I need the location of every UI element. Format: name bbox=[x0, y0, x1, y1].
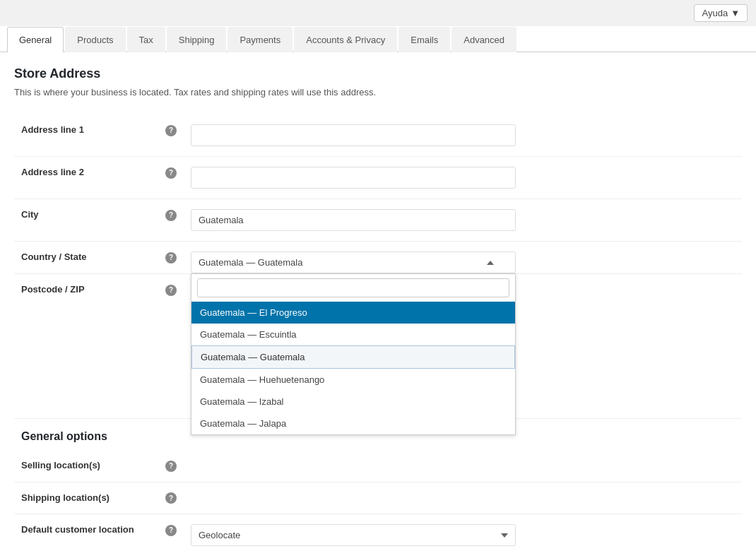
country-search-input[interactable] bbox=[197, 278, 509, 297]
postcode-label: Postcode / ZIP bbox=[21, 284, 85, 295]
list-item[interactable]: Guatemala — El Progreso bbox=[191, 302, 515, 324]
chevron-up-icon bbox=[487, 261, 494, 265]
option-label: Guatemala — Izabal bbox=[200, 396, 284, 407]
option-label: Guatemala — El Progreso bbox=[200, 307, 307, 318]
tab-general[interactable]: General bbox=[7, 27, 64, 52]
postcode-help-icon[interactable]: ? bbox=[165, 285, 177, 296]
default-customer-location-help-icon[interactable]: ? bbox=[165, 525, 177, 536]
option-label: Guatemala — Guatemala bbox=[201, 352, 305, 362]
default-customer-location-row: Default customer location ? Geolocate bbox=[14, 514, 742, 552]
top-bar: Ayuda ▼ bbox=[0, 0, 756, 26]
tab-accounts-privacy-label: Accounts & Privacy bbox=[306, 35, 385, 45]
country-state-help-icon[interactable]: ? bbox=[165, 252, 177, 263]
shipping-locations-label: Shipping location(s) bbox=[21, 492, 110, 503]
country-selected-value: Guatemala — Guatemala bbox=[199, 257, 302, 268]
tab-general-label: General bbox=[19, 35, 52, 45]
option-label: Guatemala — Escuintla bbox=[200, 329, 297, 340]
tabs-container: General Products Tax Shipping Payments A… bbox=[0, 26, 756, 52]
list-item[interactable]: Guatemala — Izabal bbox=[191, 391, 515, 413]
address-line1-help-icon[interactable]: ? bbox=[165, 125, 177, 136]
tab-tax[interactable]: Tax bbox=[127, 27, 165, 52]
default-customer-location-label: Default customer location bbox=[21, 524, 134, 535]
tab-products[interactable]: Products bbox=[65, 27, 125, 52]
city-row: City ? bbox=[14, 199, 742, 242]
help-arrow: ▼ bbox=[731, 8, 740, 18]
store-address-desc: This is where your business is located. … bbox=[14, 87, 742, 97]
address-line1-row: Address line 1 ? bbox=[14, 114, 742, 157]
list-item[interactable]: Guatemala — Escuintla bbox=[191, 324, 515, 345]
country-state-wrapper: Guatemala — Guatemala Guatemala — El Pro… bbox=[191, 251, 516, 273]
general-options-section: General options Selling location(s) ? Sh… bbox=[14, 418, 742, 551]
address-line1-label: Address line 1 bbox=[21, 124, 84, 135]
country-dropdown-panel: Guatemala — El Progreso Guatemala — Escu… bbox=[191, 273, 516, 435]
city-label: City bbox=[21, 209, 39, 220]
country-state-row: Country / State ? Guatemala — Guatemala bbox=[14, 242, 742, 274]
tab-shipping-label: Shipping bbox=[179, 35, 215, 45]
list-item[interactable]: Guatemala — Huehuetenango bbox=[191, 369, 515, 391]
tab-tax-label: Tax bbox=[139, 35, 153, 45]
help-label: Ayuda bbox=[702, 8, 728, 18]
tab-payments[interactable]: Payments bbox=[228, 27, 293, 52]
shipping-locations-row: Shipping location(s) ? bbox=[14, 482, 742, 514]
tab-advanced[interactable]: Advanced bbox=[451, 27, 516, 52]
form-table: Address line 1 ? Address line 2 ? bbox=[14, 114, 742, 418]
address-line1-input[interactable] bbox=[191, 124, 516, 146]
list-item[interactable]: Guatemala — Jalapa bbox=[191, 413, 515, 434]
country-select-display[interactable]: Guatemala — Guatemala bbox=[191, 251, 516, 273]
content-area: Store Address This is where your busines… bbox=[0, 52, 756, 551]
tab-products-label: Products bbox=[77, 35, 113, 45]
tab-emails[interactable]: Emails bbox=[398, 27, 450, 52]
country-state-label: Country / State bbox=[21, 251, 86, 262]
tab-shipping[interactable]: Shipping bbox=[167, 27, 227, 52]
selling-locations-row: Selling location(s) ? bbox=[14, 450, 742, 482]
address-line2-label: Address line 2 bbox=[21, 167, 84, 177]
tab-payments-label: Payments bbox=[240, 35, 280, 45]
tab-advanced-label: Advanced bbox=[463, 35, 504, 45]
option-label: Guatemala — Jalapa bbox=[200, 418, 286, 429]
country-dropdown-list: Guatemala — El Progreso Guatemala — Escu… bbox=[191, 302, 515, 434]
general-options-table: Selling location(s) ? Shipping location(… bbox=[14, 450, 742, 551]
address-line2-input[interactable] bbox=[191, 167, 516, 189]
default-customer-location-select[interactable]: Geolocate bbox=[191, 524, 516, 546]
help-button[interactable]: Ayuda ▼ bbox=[694, 4, 748, 22]
shipping-locations-help-icon[interactable]: ? bbox=[165, 492, 177, 504]
option-label: Guatemala — Huehuetenango bbox=[200, 374, 324, 385]
tab-accounts-privacy[interactable]: Accounts & Privacy bbox=[294, 27, 397, 52]
city-input[interactable] bbox=[191, 209, 516, 231]
address-line2-row: Address line 2 ? bbox=[14, 157, 742, 199]
selling-locations-help-icon[interactable]: ? bbox=[165, 461, 177, 472]
address-line2-help-icon[interactable]: ? bbox=[165, 167, 177, 179]
selling-locations-label: Selling location(s) bbox=[21, 460, 100, 470]
city-help-icon[interactable]: ? bbox=[165, 210, 177, 221]
list-item[interactable]: Guatemala — Guatemala bbox=[191, 345, 515, 369]
store-address-title: Store Address bbox=[14, 66, 742, 81]
tab-emails-label: Emails bbox=[411, 35, 438, 45]
